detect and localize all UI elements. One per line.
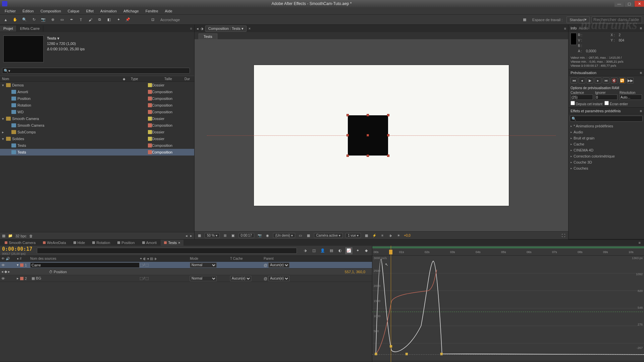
brainstorm-button[interactable]: ✦ bbox=[354, 247, 361, 254]
next-frame-button[interactable]: ▸ bbox=[595, 77, 601, 83]
project-item[interactable]: ▾Smooth CameraDossier bbox=[0, 115, 194, 122]
eye-icon[interactable]: 👁 bbox=[1, 277, 5, 281]
item-swatch[interactable] bbox=[148, 137, 152, 141]
project-search[interactable]: 🔍▾ bbox=[2, 68, 190, 74]
item-swatch[interactable] bbox=[148, 143, 152, 147]
blend-mode-select[interactable]: Normal bbox=[190, 276, 217, 281]
comp-close[interactable]: × bbox=[249, 26, 251, 31]
project-item[interactable]: ▾SolidesDossier bbox=[0, 135, 194, 142]
handle-mr[interactable] bbox=[387, 134, 389, 136]
position-value[interactable]: 557,1, 360,0 bbox=[345, 270, 365, 274]
effects-category[interactable]: * Animations prédéfinies bbox=[569, 123, 644, 129]
exposure-value[interactable]: +0,0 bbox=[404, 234, 411, 237]
shy-switch[interactable]: ⬚ bbox=[140, 263, 143, 267]
comp-subtab[interactable]: Tests bbox=[199, 34, 217, 39]
timeline-search[interactable] bbox=[37, 248, 297, 254]
scroll-right[interactable]: ▸ bbox=[190, 234, 192, 238]
project-item[interactable]: AmortiComposition bbox=[0, 88, 194, 95]
comp-panel-menu[interactable]: ≡ bbox=[564, 26, 566, 31]
ignorer-input[interactable] bbox=[595, 95, 618, 100]
handle-tc[interactable] bbox=[367, 114, 369, 116]
keyframe[interactable] bbox=[440, 353, 443, 355]
timeline-tab[interactable]: WeAreData bbox=[40, 240, 69, 246]
layer-swatch[interactable] bbox=[20, 277, 23, 280]
snapshot-button[interactable]: 📷 bbox=[257, 233, 262, 238]
item-swatch[interactable] bbox=[148, 117, 152, 121]
col-parent[interactable]: Parent bbox=[264, 257, 311, 260]
shy-switch[interactable]: ⬚ bbox=[140, 276, 143, 281]
menu-edition[interactable]: Édition bbox=[19, 8, 37, 14]
workspace-icon[interactable]: ▦ bbox=[521, 16, 528, 23]
prev-frame-button[interactable]: ◂ bbox=[579, 77, 585, 83]
play-button[interactable]: ▶ bbox=[587, 77, 593, 83]
trkmat-select[interactable]: Aucun(e) bbox=[230, 276, 251, 281]
project-tab[interactable]: Projet bbox=[0, 25, 17, 32]
col-dur[interactable]: Dur bbox=[184, 77, 190, 81]
add-key-button[interactable]: ◆ bbox=[4, 269, 7, 274]
effects-category[interactable]: Couches bbox=[569, 165, 644, 171]
comp-viewer[interactable] bbox=[195, 39, 568, 231]
col-size[interactable]: Taille bbox=[164, 77, 184, 81]
item-swatch[interactable] bbox=[148, 123, 152, 127]
camera-dropdown[interactable]: Caméra active ▾ bbox=[314, 233, 343, 238]
loop-button[interactable]: 🔁 bbox=[619, 77, 626, 83]
comp-flow-icon[interactable]: ⬗ bbox=[201, 26, 203, 31]
snap-icon[interactable]: ⊡ bbox=[149, 16, 156, 23]
mute-button[interactable]: 🔇 bbox=[611, 77, 618, 83]
zoom-dropdown[interactable]: 50 % ▾ bbox=[205, 233, 220, 238]
pickwhip-icon[interactable]: @ bbox=[264, 263, 267, 267]
pan-behind-tool[interactable]: ⊕ bbox=[49, 16, 56, 23]
comp-mini-flow[interactable]: ⬗ bbox=[302, 247, 309, 254]
keyframe[interactable] bbox=[406, 353, 408, 355]
layer-name-input[interactable] bbox=[30, 262, 140, 268]
col-mode[interactable]: Mode bbox=[190, 257, 230, 260]
item-swatch[interactable] bbox=[148, 150, 152, 154]
menu-calque[interactable]: Calque bbox=[64, 8, 83, 14]
last-frame-button[interactable]: ⏭ bbox=[603, 77, 609, 83]
comp-canvas[interactable] bbox=[254, 65, 509, 206]
twirl-icon[interactable]: ▸ bbox=[17, 276, 19, 281]
roi-button[interactable]: ▭ bbox=[298, 233, 303, 238]
effects-menu[interactable]: ≡ bbox=[640, 109, 642, 113]
motion-blur-button[interactable]: ◐ bbox=[336, 247, 344, 254]
menu-animation[interactable]: Animation bbox=[97, 8, 120, 14]
maximize-viewer[interactable]: ⛶ bbox=[561, 233, 566, 238]
solo-switch[interactable]: ⬚ bbox=[145, 263, 149, 267]
solo-switch[interactable]: ⬚ bbox=[145, 276, 149, 281]
effects-category[interactable]: CINEMA 4D bbox=[569, 147, 644, 153]
resolution-dropdown[interactable]: (Un demi) ▾ bbox=[273, 233, 295, 238]
col-layer-name[interactable]: Nom des sources bbox=[29, 257, 140, 260]
handle-br[interactable] bbox=[387, 155, 389, 157]
item-swatch[interactable] bbox=[148, 130, 152, 134]
graph-editor-button[interactable]: 📈 bbox=[345, 247, 353, 254]
roto-tool[interactable]: ✦ bbox=[115, 16, 122, 23]
shape-tool[interactable]: ▭ bbox=[58, 16, 66, 23]
handle-bc[interactable] bbox=[367, 155, 369, 157]
property-row-position[interactable]: ◂◆▸ ⏱ Position 557,1, 360,0 bbox=[0, 268, 372, 275]
menu-affichage[interactable]: Affichage bbox=[120, 8, 142, 14]
puppet-tool[interactable]: 📌 bbox=[124, 16, 131, 23]
views-dropdown[interactable]: 1 vue ▾ bbox=[345, 233, 361, 238]
next-key-button[interactable]: ▸ bbox=[8, 269, 10, 274]
camera-tool[interactable]: 📷 bbox=[40, 16, 47, 23]
layer-swatch[interactable] bbox=[20, 263, 23, 267]
selection-tool[interactable]: ▲ bbox=[2, 16, 9, 23]
hide-shy-button[interactable]: 👤 bbox=[319, 247, 326, 254]
frame-blend-button[interactable]: ▤ bbox=[328, 247, 335, 254]
preview-time[interactable]: 0:00:17 bbox=[238, 233, 254, 238]
cb-fullscreen[interactable]: Écran entier bbox=[604, 101, 628, 106]
rotate-tool[interactable]: ↻ bbox=[30, 16, 38, 23]
ram-preview-button[interactable]: ▶▶ bbox=[627, 77, 634, 83]
parent-select[interactable]: Aucun(e) bbox=[268, 276, 289, 281]
project-item[interactable]: ▸SubCompsDossier bbox=[0, 129, 194, 135]
timeline-tab[interactable]: Position bbox=[114, 240, 138, 246]
pickwhip-icon[interactable]: @ bbox=[264, 276, 267, 280]
cb-from-current[interactable]: Depuis cet instant bbox=[571, 101, 602, 106]
preview-menu[interactable]: ≡ bbox=[640, 71, 642, 75]
time-ruler[interactable]: 00s01s02s03s04s05s06s07s08s09s10s bbox=[372, 246, 644, 256]
hand-tool[interactable]: ✋ bbox=[11, 16, 19, 23]
timeline-tab[interactable]: Smooth Camera bbox=[1, 240, 39, 246]
channel-button[interactable]: ◉ bbox=[265, 233, 270, 238]
text-tool[interactable]: T bbox=[77, 16, 85, 23]
alpha-toggle[interactable]: ▦ bbox=[197, 233, 202, 238]
